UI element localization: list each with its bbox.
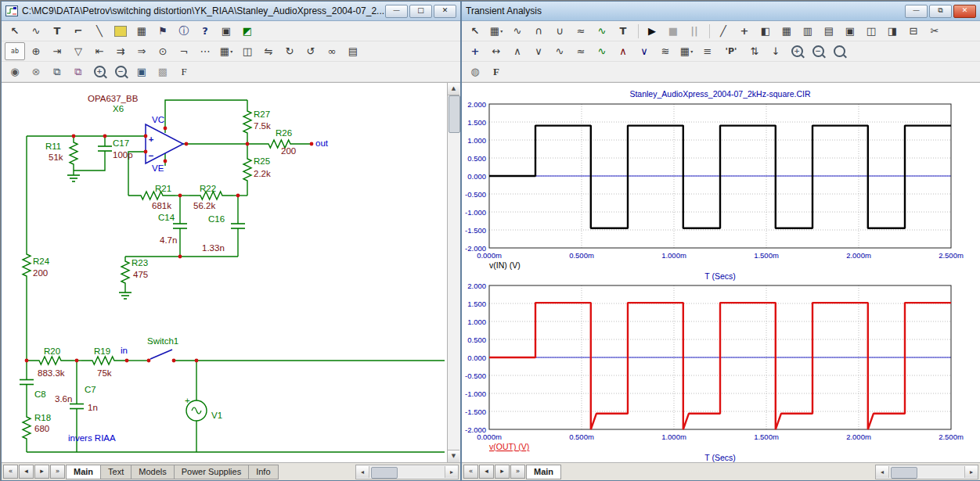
last-page-button[interactable]: » [50, 465, 65, 479]
scroll-up-button[interactable]: ▲ [448, 83, 459, 95]
next-page-button[interactable]: ▸ [34, 465, 49, 479]
zoom-fit-button[interactable] [829, 42, 849, 60]
scroll-down-button[interactable]: ▼ [448, 450, 459, 462]
horizontal-scrollbar-track[interactable] [369, 466, 445, 478]
crosshair-tool[interactable]: + [734, 22, 755, 40]
vertical-scrollbar[interactable]: ▲ ▼ [447, 83, 460, 462]
select-area-button[interactable]: ▣ [132, 63, 152, 81]
panel-grid-button[interactable]: ▦ [776, 22, 797, 40]
component-dropdown[interactable]: ▦▾ [486, 22, 506, 40]
tab-power-supplies[interactable]: Power Supplies [174, 465, 249, 479]
formula-text-icon[interactable]: F [486, 63, 506, 81]
label-points-button[interactable]: 'P' [719, 42, 744, 60]
plot-area[interactable]: 2.0001.5001.0000.5000.000-0.500-1.000-1.… [462, 82, 980, 462]
cursor-mode-button[interactable]: + [465, 42, 485, 60]
info-tool[interactable]: ⓘ [174, 22, 194, 40]
minimize-button[interactable]: — [905, 5, 928, 18]
close-button[interactable]: ✕ [434, 5, 456, 18]
run-button[interactable]: ▶ [642, 22, 662, 40]
current-toggle[interactable]: ⇤ [89, 42, 110, 60]
inflection-button[interactable]: ∿ [592, 42, 612, 60]
close-button[interactable]: ✕ [953, 5, 976, 18]
border-toggle[interactable]: ◫ [237, 42, 258, 60]
help-tool[interactable]: ? [195, 22, 215, 40]
horizontal-scrollbar-thumb[interactable] [891, 467, 917, 479]
digital-path-tool[interactable]: ◩ [237, 22, 258, 40]
global-high-button[interactable]: ∧ [613, 42, 633, 60]
flip-button[interactable]: ↺ [301, 42, 321, 60]
scroll-left-button[interactable]: ◂ [876, 466, 888, 478]
last-page-button[interactable]: » [510, 465, 525, 479]
scope-tool-3[interactable]: ∪ [549, 22, 570, 40]
graphics-tool[interactable] [110, 22, 131, 40]
rotate-button[interactable]: ↻ [279, 42, 300, 60]
panel-solid-button[interactable]: ▣ [840, 22, 860, 40]
maximize-button[interactable]: □ [409, 5, 432, 18]
power-toggle[interactable]: ⇉ [110, 42, 131, 60]
zoom-in-button[interactable]: + [787, 42, 807, 60]
part-list-tool[interactable]: ▦ [132, 22, 152, 40]
tab-text[interactable]: Text [100, 465, 132, 479]
pause-button[interactable]: || [684, 22, 704, 40]
pin-marker-toggle[interactable]: ⊕ [26, 42, 46, 60]
component-tool[interactable]: ∿ [26, 22, 46, 40]
panel-rows-button[interactable]: ▥ [798, 22, 818, 40]
scroll-left-button[interactable]: ◂ [356, 466, 369, 478]
zoom-in-button[interactable]: + [89, 63, 110, 81]
first-page-button[interactable]: « [463, 465, 478, 479]
text-tool[interactable]: T [47, 22, 67, 40]
panel-list-button[interactable]: ▤ [819, 22, 839, 40]
peak-button[interactable]: ∧ [507, 42, 528, 60]
wave-low-button[interactable]: ≈ [571, 42, 591, 60]
schematic-canvas[interactable]: +−OPA637_BBX6VCVER1151kC17100pR277.5kR26… [2, 82, 460, 462]
info-status-icon[interactable]: ◉ [5, 63, 25, 81]
scroll-right-button[interactable]: ▸ [445, 466, 458, 478]
horizontal-scrollbar-thumb[interactable] [371, 467, 398, 479]
animate-options-icon[interactable]: ◍ [465, 63, 485, 81]
mirror-button[interactable]: ⇋ [258, 42, 279, 60]
scope-tool-4[interactable]: ≈ [571, 22, 591, 40]
voltage-toggle[interactable]: ▽ [68, 42, 88, 60]
select-tool[interactable]: ↖ [465, 22, 485, 40]
wave-high-button[interactable]: ∿ [549, 42, 570, 60]
stop-button[interactable]: ■ [663, 22, 683, 40]
first-page-button[interactable]: « [3, 465, 18, 479]
on-state-toggle[interactable]: ⊙ [153, 42, 173, 60]
line-style-toggle[interactable]: ¬ [174, 42, 194, 60]
wire-tool[interactable]: ⌐ [68, 22, 88, 40]
find-part-button[interactable]: ▤ [343, 42, 363, 60]
zoom-out-button[interactable]: − [808, 42, 828, 60]
vertical-scrollbar-thumb[interactable] [449, 95, 460, 133]
node-number-toggle[interactable]: ⇥ [47, 42, 67, 60]
next-page-button[interactable]: ▸ [495, 465, 510, 479]
text-tool[interactable]: T [613, 22, 633, 40]
font-button[interactable]: F [174, 63, 194, 81]
scroll-right-button[interactable]: ▸ [965, 466, 978, 478]
horizontal-scrollbar[interactable]: ◂ ▸ [355, 465, 459, 479]
select-tool[interactable]: ↖ [5, 22, 25, 40]
picture-tool[interactable]: ▣ [216, 22, 236, 40]
analysis-titlebar[interactable]: Transient Analysis —⧉✕ [462, 2, 980, 21]
grid-dropdown[interactable]: ▦▾ [676, 42, 697, 60]
close-info-icon[interactable]: ⊗ [26, 63, 46, 81]
panel-collapse-button[interactable]: ⊟ [903, 22, 924, 40]
grid-dots-toggle[interactable]: ⋯ [195, 42, 215, 60]
scope-tool-2[interactable]: ∩ [528, 22, 549, 40]
properties-button[interactable]: ≡ [697, 42, 718, 60]
panel-right-button[interactable]: ◨ [882, 22, 903, 40]
scope-tool-5[interactable]: ∿ [592, 22, 612, 40]
pattern-button[interactable]: ▩ [153, 63, 173, 81]
paste-picture-button[interactable]: ⧉ [68, 63, 88, 81]
grid-dropdown[interactable]: ▦▾ [216, 42, 236, 60]
go-to-performance-button[interactable]: ↓ [766, 42, 786, 60]
copy-picture-button[interactable]: ⧉ [47, 63, 67, 81]
line-tool[interactable]: ╱ [713, 22, 733, 40]
flag-tool[interactable]: ⚑ [153, 22, 173, 40]
zoom-out-button[interactable]: − [110, 63, 131, 81]
valley-button[interactable]: ∨ [528, 42, 549, 60]
panel-single-button[interactable]: ◧ [755, 22, 776, 40]
attribute-text-button[interactable]: ab [5, 42, 25, 60]
global-low-button[interactable]: ∨ [634, 42, 654, 60]
horizontal-scrollbar-track[interactable] [888, 466, 965, 478]
wave-analysis-button[interactable]: ≋ [655, 42, 676, 60]
